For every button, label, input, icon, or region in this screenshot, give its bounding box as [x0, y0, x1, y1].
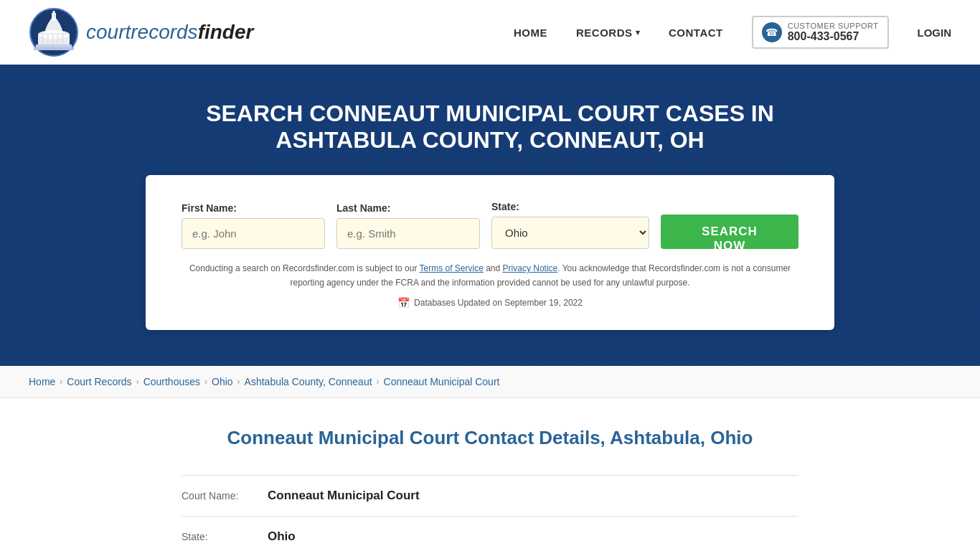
- logo-text: courtrecordsfinder: [86, 21, 253, 44]
- page-heading: Conneaut Municipal Court Contact Details…: [182, 427, 798, 449]
- svg-rect-9: [62, 34, 64, 44]
- breadcrumb-sep-5: ›: [377, 377, 380, 387]
- breadcrumb-sep-4: ›: [237, 377, 240, 387]
- state-detail-label: State:: [182, 531, 268, 542]
- phone-icon: ☎: [762, 22, 782, 42]
- breadcrumb-current: Conneaut Municipal Court: [384, 376, 500, 387]
- breadcrumb-courthouses[interactable]: Courthouses: [143, 376, 200, 387]
- support-label: CUSTOMER SUPPORT: [788, 22, 879, 30]
- header: courtrecordsfinder HOME RECORDS ▾ CONTAC…: [0, 0, 980, 65]
- last-name-label: Last Name:: [336, 202, 480, 214]
- nav: HOME RECORDS ▾ CONTACT ☎ CUSTOMER SUPPOR…: [514, 16, 951, 49]
- breadcrumb-home[interactable]: Home: [29, 376, 55, 387]
- svg-rect-6: [47, 34, 49, 44]
- svg-rect-5: [42, 34, 44, 44]
- nav-records[interactable]: RECORDS ▾: [576, 27, 640, 39]
- search-card: First Name: Last Name: State: Ohio Alaba…: [146, 175, 834, 329]
- detail-row-state: State: Ohio: [182, 516, 798, 551]
- chevron-down-icon: ▾: [636, 28, 641, 37]
- first-name-group: First Name:: [182, 202, 325, 249]
- tos-link[interactable]: Terms of Service: [420, 263, 484, 273]
- last-name-group: Last Name:: [336, 202, 480, 249]
- db-updated: 📅 Databases Updated on September 19, 202…: [182, 297, 798, 309]
- breadcrumb-sep-2: ›: [136, 377, 139, 387]
- hero-title: SEARCH CONNEAUT MUNICIPAL COURT CASES IN…: [167, 100, 813, 154]
- court-name-value: Conneaut Municipal Court: [268, 489, 420, 503]
- svg-rect-8: [57, 34, 59, 44]
- support-box[interactable]: ☎ CUSTOMER SUPPORT 800-433-0567: [752, 16, 889, 49]
- privacy-link[interactable]: Privacy Notice: [503, 263, 558, 273]
- breadcrumb: Home › Court Records › Courthouses › Ohi…: [0, 366, 980, 398]
- nav-home[interactable]: HOME: [514, 27, 547, 39]
- breadcrumb-county[interactable]: Ashtabula County, Conneaut: [245, 376, 372, 387]
- svg-rect-10: [36, 44, 72, 47]
- breadcrumb-court-records[interactable]: Court Records: [67, 376, 131, 387]
- state-group: State: Ohio Alabama Alaska California: [491, 201, 649, 249]
- logo-icon: [29, 7, 79, 57]
- support-number: 800-433-0567: [788, 30, 879, 43]
- nav-contact[interactable]: CONTACT: [669, 27, 723, 39]
- state-label: State:: [491, 201, 649, 212]
- state-detail-value: Ohio: [268, 529, 296, 544]
- nav-login[interactable]: LOGIN: [918, 27, 952, 39]
- detail-row-court-name: Court Name: Conneaut Municipal Court: [182, 475, 798, 516]
- breadcrumb-ohio[interactable]: Ohio: [212, 376, 233, 387]
- search-button[interactable]: SEARCH NOW: [661, 215, 798, 249]
- first-name-label: First Name:: [182, 202, 325, 214]
- breadcrumb-sep-3: ›: [204, 377, 207, 387]
- main-content: Conneaut Municipal Court Contact Details…: [167, 398, 813, 551]
- svg-rect-11: [34, 47, 74, 50]
- calendar-icon: 📅: [397, 297, 410, 309]
- state-select[interactable]: Ohio Alabama Alaska California: [491, 217, 649, 249]
- first-name-input[interactable]: [182, 218, 325, 249]
- disclaimer-text: Conducting a search on Recordsfinder.com…: [182, 262, 798, 289]
- logo-area: courtrecordsfinder: [29, 7, 514, 57]
- breadcrumb-sep-1: ›: [60, 377, 62, 387]
- svg-rect-4: [53, 11, 55, 14]
- court-name-label: Court Name:: [182, 490, 268, 501]
- search-form: First Name: Last Name: State: Ohio Alaba…: [182, 201, 798, 249]
- last-name-input[interactable]: [336, 218, 480, 249]
- hero-section: SEARCH CONNEAUT MUNICIPAL COURT CASES IN…: [0, 65, 980, 366]
- svg-rect-7: [52, 34, 54, 44]
